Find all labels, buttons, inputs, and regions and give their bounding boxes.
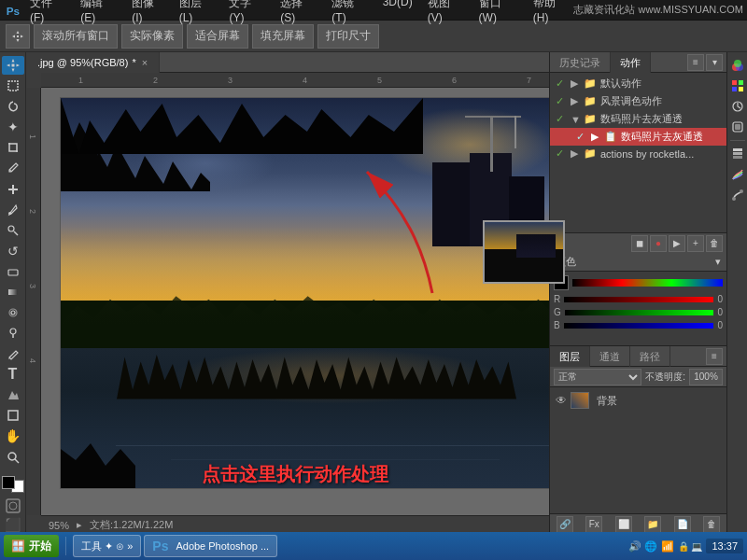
fit-screen-btn[interactable]: 适合屏幕 [187, 24, 248, 49]
layer-visibility-icon[interactable]: 👁 [556, 394, 567, 407]
record-btn[interactable]: ● [650, 235, 667, 252]
menu-help[interactable]: 帮助(H) [529, 0, 574, 24]
delete-layer-btn[interactable]: 🗑 [703, 516, 720, 533]
menu-file[interactable]: 文件(F) [26, 0, 69, 24]
delete-action-btn[interactable]: 🗑 [706, 235, 723, 252]
hand-tool[interactable]: ✋ [2, 427, 24, 445]
panel-icon-channels[interactable] [728, 165, 747, 184]
layers-bottom-toolbar: 🔗 Fx ⬜ 📁 📄 🗑 [550, 513, 726, 534]
panel-collapse-btn[interactable]: ▾ [706, 54, 723, 71]
action-item-0[interactable]: ✓ ▶ 📁 默认动作 [550, 75, 726, 92]
action-item-3[interactable]: ✓ ▶ 📋 数码照片去灰通透 [550, 128, 726, 146]
action-item-1[interactable]: ✓ ▶ 📁 风景调色动作 [550, 92, 726, 110]
watermark: 志藏资讯化站 www.MISSYUAN.COM [573, 3, 743, 17]
crop-tool[interactable] [2, 138, 24, 157]
menu-view[interactable]: 视图(V) [424, 0, 468, 24]
horizontal-ruler: 1 2 3 4 5 6 7 [41, 73, 549, 88]
menu-layer[interactable]: 图层(L) [176, 0, 218, 24]
quick-mask-btn[interactable] [5, 498, 21, 513]
menu-window[interactable]: 窗口(W) [475, 0, 522, 24]
new-layer-btn[interactable]: 📄 [674, 516, 691, 533]
eraser-tool[interactable] [2, 262, 24, 281]
path-select-tool[interactable] [2, 385, 24, 404]
add-style-btn[interactable]: Fx [585, 516, 602, 533]
blur-tool[interactable] [2, 303, 24, 322]
text-tool[interactable]: T [2, 365, 24, 384]
svg-point-16 [9, 502, 17, 510]
pen-tool[interactable] [2, 344, 24, 363]
document-tab[interactable]: .jpg @ 95%(RGB/8) * × [26, 52, 160, 73]
marquee-tool[interactable] [2, 77, 24, 95]
color-swatches[interactable] [2, 476, 24, 493]
svg-rect-6 [8, 270, 18, 275]
svg-rect-21 [732, 80, 737, 85]
start-button[interactable]: 🪟 开始 [4, 535, 59, 557]
right-panels: 历史记录 动作 ≡ ▾ ✓ ▶ 📁 默认动作 ✓ [549, 52, 726, 534]
menu-text[interactable]: 文字(Y) [225, 0, 269, 24]
zoom-tool[interactable] [2, 447, 24, 466]
taskbar-tools[interactable]: 工具 ✦ ⊙ » [73, 535, 141, 557]
panel-icon-color[interactable] [728, 56, 747, 75]
svg-rect-27 [735, 124, 740, 130]
action-folder-1: 📁 [584, 95, 597, 107]
panel-icon-styles[interactable] [728, 118, 747, 136]
play-btn[interactable]: ▶ [669, 235, 685, 252]
fill-screen-btn[interactable]: 填充屏幕 [252, 24, 314, 49]
action-expand-4[interactable]: ▶ [571, 147, 582, 160]
history-brush-tool[interactable]: ↺ [2, 242, 24, 260]
history-tab[interactable]: 历史记录 [550, 52, 611, 73]
new-action-btn[interactable]: + [687, 235, 704, 252]
healing-tool[interactable] [2, 179, 24, 198]
dodge-tool[interactable] [2, 324, 24, 343]
opacity-input[interactable] [689, 369, 723, 385]
canvas-container[interactable]: 点击这里执行动作处理 [41, 88, 549, 515]
panel-icon-layers[interactable] [728, 145, 747, 163]
channels-tab[interactable]: 通道 [590, 346, 630, 367]
paths-tab[interactable]: 路径 [630, 346, 670, 367]
move-tool-icon[interactable] [6, 24, 30, 49]
layer-name[interactable]: 背景 [597, 394, 617, 408]
svg-rect-12 [8, 411, 18, 420]
network-icon: 📶 [661, 540, 674, 553]
action-expand-1[interactable]: ▶ [571, 95, 582, 107]
panel-icon-adjustments[interactable] [728, 97, 747, 116]
brush-tool[interactable] [2, 201, 24, 219]
action-item-4[interactable]: ✓ ▶ 📁 actions by rocketla... [550, 146, 726, 161]
lasso-tool[interactable] [2, 97, 24, 116]
print-size-btn[interactable]: 打印尺寸 [317, 24, 379, 49]
add-mask-btn[interactable]: ⬜ [615, 516, 632, 533]
taskbar-ps[interactable]: Ps Adobe Photoshop ... [144, 535, 277, 557]
layer-item-bg[interactable]: 👁 背景 [552, 389, 725, 412]
actions-tab[interactable]: 动作 [611, 52, 651, 73]
action-item-2[interactable]: ✓ ▼ 📁 数码照片去灰通透 [550, 110, 726, 128]
shape-tool[interactable] [2, 406, 24, 425]
clone-stamp-tool[interactable] [2, 221, 24, 240]
tab-close-icon[interactable]: × [142, 57, 148, 68]
new-group-btn[interactable]: 📁 [644, 516, 661, 533]
magic-wand-tool[interactable]: ✦ [2, 118, 24, 136]
color-panel-collapse[interactable]: ▾ [715, 256, 721, 268]
menu-select[interactable]: 选择(S) [276, 0, 320, 24]
actual-pixels-btn[interactable]: 实际像素 [121, 24, 183, 49]
link-layers-btn[interactable]: 🔗 [557, 516, 573, 533]
menu-3d[interactable]: 3D(D) [379, 0, 416, 24]
menu-image[interactable]: 图像(I) [128, 0, 167, 24]
move-tool[interactable] [2, 56, 24, 75]
panel-menu-btn[interactable]: ≡ [687, 54, 704, 71]
panel-icon-paths[interactable] [728, 186, 747, 204]
gradient-tool[interactable] [2, 283, 24, 301]
eyedropper-tool[interactable] [2, 159, 24, 177]
action-expand-2[interactable]: ▼ [571, 114, 582, 125]
scroll-all-windows-btn[interactable]: 滚动所有窗口 [34, 24, 118, 49]
action-expand-3[interactable]: ▶ [591, 131, 602, 143]
blend-mode-select[interactable]: 正常 [554, 369, 641, 385]
panel-icon-swatches[interactable] [728, 77, 747, 95]
stop-btn[interactable]: ◼ [631, 235, 648, 252]
layers-tab[interactable]: 图层 [550, 346, 590, 367]
svg-point-20 [734, 60, 741, 67]
action-expand-0[interactable]: ▶ [571, 77, 582, 90]
menu-filter[interactable]: 滤镜(T) [328, 0, 371, 24]
tray-icons: 🔊 🌐 [628, 540, 657, 553]
menu-edit[interactable]: 编辑(E) [77, 0, 120, 24]
layers-menu-btn[interactable]: ≡ [706, 348, 723, 365]
